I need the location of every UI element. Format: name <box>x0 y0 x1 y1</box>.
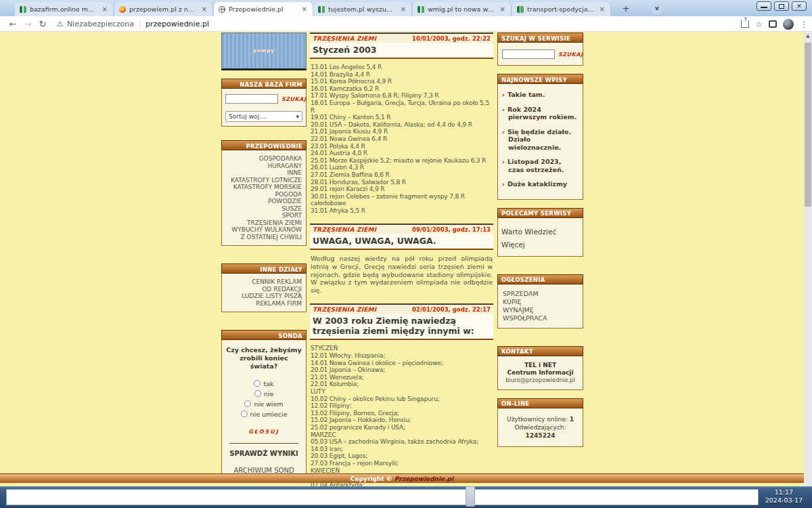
close-icon[interactable]: × <box>301 5 308 13</box>
toolbar-right-icons: ☆ ⋮ <box>741 16 808 32</box>
poll-radio-option[interactable]: nie <box>225 389 302 399</box>
classified-link[interactable]: SPRZEDAM <box>503 290 578 298</box>
latest-post-link[interactable]: Listopad 2023, czas ostrzeżeń. <box>502 158 579 173</box>
page-scrollbar[interactable]: ▲ <box>804 32 812 486</box>
tab-przepowiem[interactable]: przepowiem.pl z nami jesteś znan × <box>114 2 213 16</box>
recommended-link[interactable]: Warto Wiedzieć Więcej <box>501 228 556 249</box>
close-icon[interactable]: × <box>400 5 407 13</box>
article-title: Styczeń 2003 <box>310 43 493 59</box>
category-link[interactable]: KATASTROFY LOTNICZE <box>226 177 302 184</box>
contact-email-link[interactable]: biuro@przepowiednie.pl <box>501 377 580 384</box>
firm-search-input[interactable] <box>225 94 278 104</box>
address-bar[interactable]: ⚠ Niezabezpieczona przepowiednie.pl <box>57 20 209 28</box>
sonda-box: Czy chcesz, żebyśmy zrobili koniec świat… <box>221 340 307 483</box>
close-icon[interactable]: × <box>102 5 108 13</box>
forward-icon[interactable]: → <box>20 19 35 29</box>
check-results-link[interactable]: SPRAWDŹ WYNIKI <box>225 450 302 457</box>
taskbar-clock[interactable]: 11:17 2024-03-17 <box>765 488 803 505</box>
poll-radio-option[interactable]: tak <box>225 379 302 389</box>
section-link[interactable]: CENNIK REKLAM <box>226 278 302 286</box>
article-category[interactable]: TRZĘSIENIA ZIEMI <box>313 306 376 313</box>
category-link[interactable]: TRZĘSIENIA ZIEMI <box>226 219 302 227</box>
url-text: przepowiednie.pl <box>139 20 209 28</box>
tab-tujestem[interactable]: tujestem.pl wyszukiwarka naj × <box>313 2 412 16</box>
vote-button[interactable]: GŁOSUJ <box>225 429 302 435</box>
close-icon[interactable]: × <box>201 5 208 13</box>
site-search-button[interactable]: SZUKAJ <box>558 51 583 58</box>
category-link[interactable]: SUSZE <box>226 205 302 213</box>
latest-post-link[interactable]: Duże kataklizmy <box>502 180 579 188</box>
minimize-icon <box>761 7 767 8</box>
green-site-icon <box>418 6 424 13</box>
article-category[interactable]: TRZĘSIENIA ZIEMI <box>313 226 376 233</box>
tab-transport[interactable]: transport-spedycja.online strona × <box>512 2 611 16</box>
najnowsze-wpisy-header: NAJNOWSZE WPISY <box>497 74 583 84</box>
section-link[interactable]: OD REDAKCJI <box>226 286 302 293</box>
article-category[interactable]: TRZĘSIENIA ZIEMI <box>313 35 376 42</box>
share-icon[interactable] <box>741 20 749 28</box>
tab-title: bazafirm.online masz firmę kup w <box>30 5 98 13</box>
category-link[interactable]: WYBUCHY WULKANÓW <box>226 226 302 234</box>
category-link[interactable]: INNE <box>226 169 302 177</box>
poll-radio-option[interactable]: nie umiecie <box>225 409 302 419</box>
category-link[interactable]: KATASTROFY MORSKIE <box>226 184 302 191</box>
forecast-entry: 14.03 Iran; <box>311 446 493 453</box>
tab-title: Przepowiednie.pl <box>229 5 298 13</box>
classifieds-list: SPRZEDAMKUPIĘWYNAJMĘWSPÓŁPRACA <box>497 284 583 329</box>
online-users-row: Użytkownicy online: 1 <box>501 415 580 423</box>
category-link[interactable]: HURAGANY <box>226 163 302 170</box>
browser-menu-icon[interactable]: ⋮ <box>800 20 808 29</box>
article-date: 02/01/2003, godz. 22:17 <box>412 306 491 313</box>
latest-post-link[interactable]: Takie tam. <box>502 91 579 99</box>
main-content: TRZĘSIENIA ZIEMI 10/01/2003, godz. 22:22… <box>310 33 493 508</box>
minimize-button[interactable] <box>757 1 771 11</box>
tab-wmig[interactable]: wmig.pl to nowa wyszukiwarka fi × <box>413 2 512 16</box>
profile-avatar[interactable] <box>783 19 794 30</box>
tab-title: wmig.pl to nowa wyszukiwarka fi <box>428 5 496 13</box>
taskbar-handle[interactable] <box>466 486 475 507</box>
back-icon[interactable]: ← <box>5 19 20 29</box>
scroll-up-icon[interactable]: ▲ <box>804 32 812 41</box>
close-icon[interactable]: × <box>599 5 606 13</box>
side-panel-icon[interactable] <box>769 20 777 28</box>
category-link[interactable]: POWODZIE <box>226 198 302 205</box>
forecast-entry: MARZEC <box>311 431 493 439</box>
category-link[interactable]: SPORT <box>226 212 302 219</box>
tab-search-chevron-icon[interactable]: v <box>651 3 663 15</box>
close-window-button[interactable]: ✕ <box>792 1 807 11</box>
classified-link[interactable]: KUPIĘ <box>503 298 578 306</box>
section-link[interactable]: LUDZIE LISTY PISZĄ <box>226 293 302 300</box>
voivodeship-select[interactable]: Sortuj woj.... ▾ <box>225 111 302 122</box>
classified-link[interactable]: WYNAJMĘ <box>503 306 578 314</box>
site-search-header: SZUKAJ W SERWISIE <box>497 33 583 43</box>
restore-button[interactable] <box>774 1 789 11</box>
site-search-input[interactable] <box>502 49 555 59</box>
chevron-down-icon: ▾ <box>296 113 299 120</box>
latest-post-link[interactable]: Się będzie działo. Działo wieloznacznie. <box>502 128 579 152</box>
earthquake-entry: 23.01 Polska 4,4 R <box>311 143 493 150</box>
bookmark-star-icon[interactable]: ☆ <box>755 20 763 29</box>
contact-line2: Centrum Informacji <box>501 369 580 377</box>
scrollbar-thumb[interactable] <box>805 43 811 207</box>
tab-bazafirm[interactable]: bazafirm.online masz firmę kup w × <box>15 2 114 16</box>
taskbar-window-button[interactable] <box>6 489 759 505</box>
classified-link[interactable]: WSPÓŁPRACA <box>503 314 578 322</box>
forecast-entry: 27.03 Francja – rejon Marsylii; <box>311 460 493 467</box>
clock-time: 11:17 <box>765 488 803 496</box>
category-link[interactable]: Z OSTATNIEJ CHWILI <box>226 234 302 241</box>
close-icon[interactable]: × <box>499 5 506 13</box>
tab-przepowiednie-active[interactable]: Przepowiednie.pl × <box>214 2 313 16</box>
copyright-site-link[interactable]: Przepowiednie.pl <box>394 475 454 482</box>
ad-banner[interactable]: pompy <box>221 33 307 70</box>
poll-radio-option[interactable]: nie wiem <box>225 399 302 409</box>
category-link[interactable]: GOSPODARKA <box>226 155 302 163</box>
recommended-box: Warto Wiedzieć Więcej <box>497 218 583 257</box>
new-tab-button[interactable]: + <box>620 3 632 15</box>
category-link[interactable]: POGODA <box>226 191 302 198</box>
latest-post-link[interactable]: Rok 2024 pierwszym rokiem. <box>502 106 579 121</box>
firm-search-button[interactable]: SZUKAJ <box>281 96 306 102</box>
forecast-entry: 12.01 Włochy, Hiszpania; <box>311 352 493 360</box>
reload-icon[interactable]: ↻ <box>35 19 50 29</box>
select-value: Sortuj woj.... <box>229 113 267 120</box>
section-link[interactable]: REKLAMA FIRM <box>226 300 302 308</box>
